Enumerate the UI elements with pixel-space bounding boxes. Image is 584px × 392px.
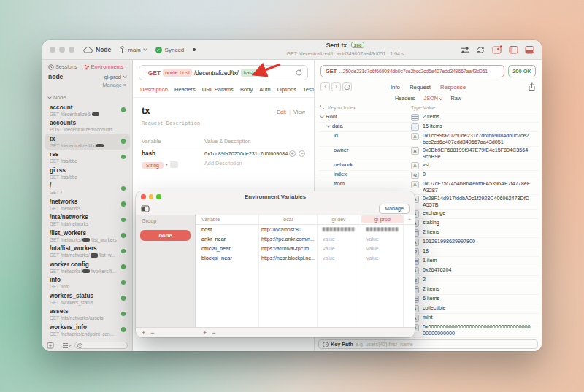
sidebar-item-info[interactable]: infoGET/info xyxy=(45,275,130,291)
env-variable-chip[interactable]: nodehost xyxy=(163,69,192,77)
group-item-node[interactable]: node xyxy=(140,230,191,241)
sort-list-icon[interactable] xyxy=(62,342,71,349)
sidebar-item-tx[interactable]: txGET/decentralized/tx/ xyxy=(45,134,130,150)
new-request-icon[interactable] xyxy=(47,342,54,349)
method-selector-icon[interactable]: : xyxy=(144,69,146,76)
chevron-down-icon[interactable] xyxy=(320,114,324,118)
request-method[interactable]: GET xyxy=(148,69,161,77)
zoom-button[interactable] xyxy=(69,47,74,53)
add-variable-button[interactable]: + xyxy=(203,329,207,337)
tab-options[interactable]: Options xyxy=(277,86,296,93)
column-header-gi-prod[interactable]: gi-prod xyxy=(361,215,404,223)
column-header-local[interactable]: local xyxy=(258,217,317,222)
env-local-value[interactable]: https://rpc.ankr.com/n... xyxy=(258,237,317,242)
expand-collapse-icon[interactable] xyxy=(319,104,325,110)
remove-group-button[interactable]: − xyxy=(150,329,154,337)
toggle-box[interactable] xyxy=(170,161,178,168)
sidebar-item-list-workers[interactable]: /list_workersGET/networks//list_workers xyxy=(45,228,130,244)
tab-info[interactable]: Info xyxy=(391,84,400,91)
notification-window-icon[interactable] xyxy=(492,45,502,54)
tree-row[interactable]: networkvsl xyxy=(319,161,539,171)
refresh-icon[interactable] xyxy=(295,69,303,77)
view-button[interactable]: View xyxy=(293,109,305,115)
env-gi-dev-value[interactable]: value xyxy=(317,255,361,261)
sidebar-item-accounts[interactable]: accountsPOST/decentralized/accounts xyxy=(45,118,130,134)
tab-request[interactable]: Request xyxy=(410,84,431,91)
filter-field[interactable] xyxy=(74,342,128,349)
bottom-panel-layout-icon[interactable] xyxy=(525,45,534,54)
variable-row[interactable]: hash String* 0x1cc89fa70250de231c7d6f669… xyxy=(142,147,305,170)
remove-variable-button[interactable]: − xyxy=(212,329,215,337)
env-gi-dev-value[interactable]: value xyxy=(317,246,361,251)
type-dropdown[interactable]: String xyxy=(142,162,164,169)
share-icon[interactable] xyxy=(528,82,536,91)
add-description-placeholder[interactable]: Add Description xyxy=(204,160,288,166)
env-gi-dev-value[interactable] xyxy=(317,227,361,232)
env-row-official-near[interactable]: official_nearhttps://archival-rpc.m...va… xyxy=(196,244,415,253)
tab-body[interactable]: Body xyxy=(240,86,253,93)
sliders-icon[interactable] xyxy=(461,46,469,54)
tab-headers[interactable]: Headers xyxy=(395,95,415,101)
sidebar-section-node[interactable]: Node xyxy=(42,88,132,102)
env-gi-prod-value[interactable] xyxy=(361,227,403,232)
add-circle-icon[interactable]: + xyxy=(289,150,296,157)
tab-response[interactable]: Response xyxy=(440,84,466,91)
edit-button[interactable]: Edit xyxy=(277,109,286,115)
env-gi-prod-value[interactable]: value xyxy=(361,255,403,261)
sidebar-item-workers-status[interactable]: workers_statusGET/workers_status xyxy=(45,291,130,307)
env-local-value[interactable]: https://near.blockpi.ne... xyxy=(258,255,317,261)
sidebar-item-worker-config[interactable]: worker configGET/networks//workers/li... xyxy=(45,259,130,275)
sidebar-item-account[interactable]: accountGET/decentralized/ xyxy=(45,102,130,118)
tab-description[interactable]: Description xyxy=(140,86,168,93)
tree-row[interactable]: index0 xyxy=(319,171,539,180)
add-group-button[interactable]: + xyxy=(142,329,145,337)
tree-row[interactable]: data15 items xyxy=(319,123,539,132)
env-row-blockpi-near[interactable]: blockpi_nearhttps://near.blockpi.ne...va… xyxy=(196,253,415,263)
response-url-pill[interactable]: GET ...250de231c7d6f669084db0c7ce2bcc2cd… xyxy=(320,65,504,77)
variable-value[interactable]: 0x1cc89fa70250de231c7d6f669084d... xyxy=(204,150,288,157)
minimize-button[interactable] xyxy=(59,47,65,53)
sidebar-item-nta-list-workers[interactable]: /nta/list_workersGET/nta/networks//list_… xyxy=(45,244,130,260)
env-row-host[interactable]: hosthttp://localhost:80 xyxy=(196,225,415,234)
sidebar-item-root[interactable]: /GET/ xyxy=(45,181,130,197)
env-row-ankr-near[interactable]: ankr_nearhttps://rpc.ankr.com/n...valuev… xyxy=(196,234,415,244)
env-gi-prod-value[interactable]: value xyxy=(361,246,403,251)
window-controls[interactable] xyxy=(50,47,74,53)
variable-name[interactable]: hash xyxy=(142,150,204,157)
env-local-value[interactable]: https://archival-rpc.m... xyxy=(258,246,317,251)
tab-headers[interactable]: Headers xyxy=(174,86,196,93)
sidebar-item-workers-info[interactable]: workers_infoGET/networks/endpoint_cen... xyxy=(45,322,130,338)
env-gi-prod-value[interactable]: value xyxy=(361,237,403,242)
add-environment-button[interactable]: + xyxy=(404,216,415,223)
tab-url-params[interactable]: URL Params xyxy=(202,86,234,93)
env-gi-dev-value[interactable]: value xyxy=(317,237,361,242)
tab-json[interactable]: JSON xyxy=(424,95,442,101)
environment-dropdown[interactable]: gi-prod xyxy=(104,74,126,80)
request-path[interactable]: /decentralized/tx/ xyxy=(194,69,239,77)
sidebar-item-nta-networks[interactable]: /nta/networksGET/nta/networks xyxy=(45,212,130,228)
tab-raw[interactable]: Raw xyxy=(450,95,461,101)
sidebar-toggle-icon[interactable] xyxy=(141,205,150,212)
sync-loop-icon[interactable] xyxy=(476,46,485,54)
sidebar-item-gi-rss[interactable]: gi rssGET/rss/bbc xyxy=(45,165,130,181)
close-button[interactable] xyxy=(50,47,55,53)
sidebar-item-networks[interactable]: /networksGET/networks xyxy=(45,196,130,212)
column-header-gi-dev[interactable]: gi-dev xyxy=(317,217,361,222)
keypath-bar[interactable]: Key Path e.g. users[42].first_name xyxy=(318,339,538,349)
tree-row[interactable]: Root2 items xyxy=(319,113,539,123)
manage-button[interactable]: Manage xyxy=(379,204,410,214)
request-description-placeholder[interactable]: Request Description xyxy=(142,120,305,126)
tab-sessions[interactable]: Sessions xyxy=(48,64,77,70)
tab-auth[interactable]: Auth xyxy=(259,86,271,93)
remove-circle-icon[interactable]: − xyxy=(299,150,305,157)
sidebar-item-assets[interactable]: assetsGET/nta/networks/assets xyxy=(45,307,130,323)
manage-environments-link[interactable]: Manage » xyxy=(48,82,126,88)
left-sidebar-layout-icon[interactable] xyxy=(509,45,518,54)
tree-row[interactable]: owner0x0Bb9EF688199f947E79fE4c15F894C356… xyxy=(319,147,539,161)
env-local-value[interactable]: http://localhost:80 xyxy=(258,227,317,232)
tree-row[interactable]: id0x1cc89fa70250de231c7d6f669084db0c7ce2… xyxy=(319,132,539,147)
sidebar-item-rss[interactable]: rssGET/rss/bbc xyxy=(45,150,130,166)
branch-selector[interactable]: main xyxy=(120,46,146,53)
sync-status[interactable]: ✓ Synced xyxy=(155,47,185,53)
tab-environments[interactable]: Environments xyxy=(84,64,124,70)
